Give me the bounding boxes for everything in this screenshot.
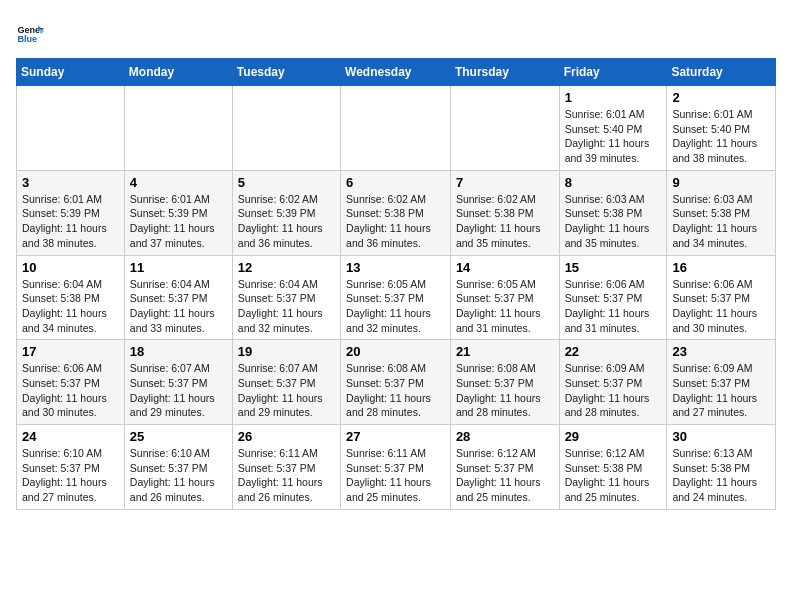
day-info: Sunrise: 6:06 AM Sunset: 5:37 PM Dayligh… xyxy=(22,361,119,420)
calendar-cell: 7Sunrise: 6:02 AM Sunset: 5:38 PM Daylig… xyxy=(450,170,559,255)
calendar-cell: 2Sunrise: 6:01 AM Sunset: 5:40 PM Daylig… xyxy=(667,86,776,171)
calendar-cell: 9Sunrise: 6:03 AM Sunset: 5:38 PM Daylig… xyxy=(667,170,776,255)
day-info: Sunrise: 6:05 AM Sunset: 5:37 PM Dayligh… xyxy=(456,277,554,336)
day-number: 26 xyxy=(238,429,335,444)
day-info: Sunrise: 6:02 AM Sunset: 5:38 PM Dayligh… xyxy=(346,192,445,251)
calendar-cell: 23Sunrise: 6:09 AM Sunset: 5:37 PM Dayli… xyxy=(667,340,776,425)
calendar-cell: 21Sunrise: 6:08 AM Sunset: 5:37 PM Dayli… xyxy=(450,340,559,425)
calendar-body: 1Sunrise: 6:01 AM Sunset: 5:40 PM Daylig… xyxy=(17,86,776,510)
day-info: Sunrise: 6:10 AM Sunset: 5:37 PM Dayligh… xyxy=(130,446,227,505)
day-info: Sunrise: 6:03 AM Sunset: 5:38 PM Dayligh… xyxy=(672,192,770,251)
calendar-cell: 25Sunrise: 6:10 AM Sunset: 5:37 PM Dayli… xyxy=(124,425,232,510)
day-number: 12 xyxy=(238,260,335,275)
weekday-header-saturday: Saturday xyxy=(667,59,776,86)
calendar-cell: 26Sunrise: 6:11 AM Sunset: 5:37 PM Dayli… xyxy=(232,425,340,510)
calendar-cell: 20Sunrise: 6:08 AM Sunset: 5:37 PM Dayli… xyxy=(341,340,451,425)
day-number: 30 xyxy=(672,429,770,444)
day-info: Sunrise: 6:09 AM Sunset: 5:37 PM Dayligh… xyxy=(672,361,770,420)
day-info: Sunrise: 6:07 AM Sunset: 5:37 PM Dayligh… xyxy=(130,361,227,420)
day-info: Sunrise: 6:01 AM Sunset: 5:39 PM Dayligh… xyxy=(130,192,227,251)
day-info: Sunrise: 6:06 AM Sunset: 5:37 PM Dayligh… xyxy=(565,277,662,336)
weekday-header-tuesday: Tuesday xyxy=(232,59,340,86)
calendar-cell: 17Sunrise: 6:06 AM Sunset: 5:37 PM Dayli… xyxy=(17,340,125,425)
day-info: Sunrise: 6:04 AM Sunset: 5:37 PM Dayligh… xyxy=(238,277,335,336)
day-info: Sunrise: 6:03 AM Sunset: 5:38 PM Dayligh… xyxy=(565,192,662,251)
day-info: Sunrise: 6:01 AM Sunset: 5:40 PM Dayligh… xyxy=(672,107,770,166)
calendar-cell: 3Sunrise: 6:01 AM Sunset: 5:39 PM Daylig… xyxy=(17,170,125,255)
day-number: 1 xyxy=(565,90,662,105)
calendar-cell xyxy=(232,86,340,171)
day-number: 22 xyxy=(565,344,662,359)
calendar-cell: 8Sunrise: 6:03 AM Sunset: 5:38 PM Daylig… xyxy=(559,170,667,255)
calendar-cell: 16Sunrise: 6:06 AM Sunset: 5:37 PM Dayli… xyxy=(667,255,776,340)
day-info: Sunrise: 6:09 AM Sunset: 5:37 PM Dayligh… xyxy=(565,361,662,420)
day-number: 23 xyxy=(672,344,770,359)
day-number: 8 xyxy=(565,175,662,190)
calendar-cell: 6Sunrise: 6:02 AM Sunset: 5:38 PM Daylig… xyxy=(341,170,451,255)
day-info: Sunrise: 6:08 AM Sunset: 5:37 PM Dayligh… xyxy=(346,361,445,420)
calendar-cell: 1Sunrise: 6:01 AM Sunset: 5:40 PM Daylig… xyxy=(559,86,667,171)
day-number: 5 xyxy=(238,175,335,190)
day-number: 16 xyxy=(672,260,770,275)
day-number: 25 xyxy=(130,429,227,444)
day-number: 6 xyxy=(346,175,445,190)
day-info: Sunrise: 6:12 AM Sunset: 5:38 PM Dayligh… xyxy=(565,446,662,505)
day-info: Sunrise: 6:12 AM Sunset: 5:37 PM Dayligh… xyxy=(456,446,554,505)
day-number: 17 xyxy=(22,344,119,359)
day-info: Sunrise: 6:02 AM Sunset: 5:38 PM Dayligh… xyxy=(456,192,554,251)
day-number: 20 xyxy=(346,344,445,359)
day-info: Sunrise: 6:04 AM Sunset: 5:37 PM Dayligh… xyxy=(130,277,227,336)
logo: General Blue xyxy=(16,20,48,48)
calendar-week-3: 10Sunrise: 6:04 AM Sunset: 5:38 PM Dayli… xyxy=(17,255,776,340)
calendar-cell: 18Sunrise: 6:07 AM Sunset: 5:37 PM Dayli… xyxy=(124,340,232,425)
day-number: 11 xyxy=(130,260,227,275)
calendar-cell: 29Sunrise: 6:12 AM Sunset: 5:38 PM Dayli… xyxy=(559,425,667,510)
day-info: Sunrise: 6:05 AM Sunset: 5:37 PM Dayligh… xyxy=(346,277,445,336)
day-number: 18 xyxy=(130,344,227,359)
weekday-header-sunday: Sunday xyxy=(17,59,125,86)
day-info: Sunrise: 6:08 AM Sunset: 5:37 PM Dayligh… xyxy=(456,361,554,420)
day-info: Sunrise: 6:13 AM Sunset: 5:38 PM Dayligh… xyxy=(672,446,770,505)
calendar-cell xyxy=(450,86,559,171)
calendar-cell: 5Sunrise: 6:02 AM Sunset: 5:39 PM Daylig… xyxy=(232,170,340,255)
day-info: Sunrise: 6:11 AM Sunset: 5:37 PM Dayligh… xyxy=(238,446,335,505)
day-number: 29 xyxy=(565,429,662,444)
day-info: Sunrise: 6:04 AM Sunset: 5:38 PM Dayligh… xyxy=(22,277,119,336)
day-info: Sunrise: 6:10 AM Sunset: 5:37 PM Dayligh… xyxy=(22,446,119,505)
calendar-cell: 19Sunrise: 6:07 AM Sunset: 5:37 PM Dayli… xyxy=(232,340,340,425)
calendar-cell: 27Sunrise: 6:11 AM Sunset: 5:37 PM Dayli… xyxy=(341,425,451,510)
day-number: 19 xyxy=(238,344,335,359)
weekday-header-thursday: Thursday xyxy=(450,59,559,86)
day-info: Sunrise: 6:02 AM Sunset: 5:39 PM Dayligh… xyxy=(238,192,335,251)
day-number: 14 xyxy=(456,260,554,275)
calendar-cell xyxy=(124,86,232,171)
day-info: Sunrise: 6:01 AM Sunset: 5:40 PM Dayligh… xyxy=(565,107,662,166)
weekday-header-row: SundayMondayTuesdayWednesdayThursdayFrid… xyxy=(17,59,776,86)
day-number: 21 xyxy=(456,344,554,359)
day-number: 28 xyxy=(456,429,554,444)
calendar-cell: 15Sunrise: 6:06 AM Sunset: 5:37 PM Dayli… xyxy=(559,255,667,340)
weekday-header-wednesday: Wednesday xyxy=(341,59,451,86)
calendar-cell: 10Sunrise: 6:04 AM Sunset: 5:38 PM Dayli… xyxy=(17,255,125,340)
weekday-header-friday: Friday xyxy=(559,59,667,86)
day-info: Sunrise: 6:11 AM Sunset: 5:37 PM Dayligh… xyxy=(346,446,445,505)
calendar-week-4: 17Sunrise: 6:06 AM Sunset: 5:37 PM Dayli… xyxy=(17,340,776,425)
calendar-week-5: 24Sunrise: 6:10 AM Sunset: 5:37 PM Dayli… xyxy=(17,425,776,510)
calendar-cell: 22Sunrise: 6:09 AM Sunset: 5:37 PM Dayli… xyxy=(559,340,667,425)
calendar-cell: 12Sunrise: 6:04 AM Sunset: 5:37 PM Dayli… xyxy=(232,255,340,340)
day-number: 10 xyxy=(22,260,119,275)
calendar-cell xyxy=(17,86,125,171)
logo-icon: General Blue xyxy=(16,20,44,48)
calendar-week-1: 1Sunrise: 6:01 AM Sunset: 5:40 PM Daylig… xyxy=(17,86,776,171)
day-info: Sunrise: 6:06 AM Sunset: 5:37 PM Dayligh… xyxy=(672,277,770,336)
calendar-cell: 13Sunrise: 6:05 AM Sunset: 5:37 PM Dayli… xyxy=(341,255,451,340)
calendar-week-2: 3Sunrise: 6:01 AM Sunset: 5:39 PM Daylig… xyxy=(17,170,776,255)
calendar-cell: 4Sunrise: 6:01 AM Sunset: 5:39 PM Daylig… xyxy=(124,170,232,255)
day-number: 3 xyxy=(22,175,119,190)
day-number: 2 xyxy=(672,90,770,105)
weekday-header-monday: Monday xyxy=(124,59,232,86)
day-info: Sunrise: 6:07 AM Sunset: 5:37 PM Dayligh… xyxy=(238,361,335,420)
calendar-cell: 24Sunrise: 6:10 AM Sunset: 5:37 PM Dayli… xyxy=(17,425,125,510)
day-info: Sunrise: 6:01 AM Sunset: 5:39 PM Dayligh… xyxy=(22,192,119,251)
calendar-table: SundayMondayTuesdayWednesdayThursdayFrid… xyxy=(16,58,776,510)
